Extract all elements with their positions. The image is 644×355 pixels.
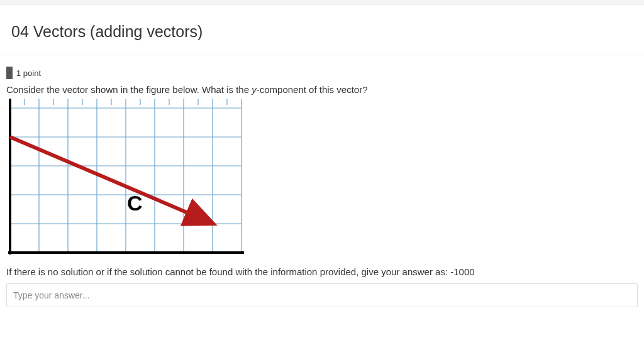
vector-figure: C [6,99,638,261]
prompt-after: -component of this vector? [257,84,368,95]
prompt-var: y [252,84,257,95]
top-bar [0,0,644,5]
points-text: 1 point [16,68,41,78]
section-title: 04 Vectors (adding vectors) [0,5,644,55]
question-block: 1 point Consider the vector shown in the… [0,55,644,307]
vector-grid-svg: C [6,99,252,259]
points-marker [6,67,13,79]
vector-label: C [127,191,143,215]
points-row: 1 point [6,67,638,79]
instruction-text: If there is no solution or if the soluti… [6,266,638,277]
answer-input[interactable] [6,283,638,307]
prompt-before: Consider the vector shown in the figure … [6,84,252,95]
vector-c-arrow [10,137,209,222]
question-prompt: Consider the vector shown in the figure … [6,83,638,96]
